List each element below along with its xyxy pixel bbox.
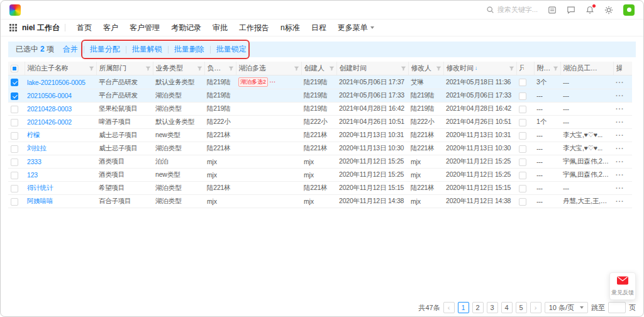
- filter-icon[interactable]: [197, 65, 203, 71]
- column-label: 所属部门: [99, 64, 126, 73]
- cell-attach: ---: [534, 89, 560, 103]
- row-checkbox[interactable]: [11, 172, 18, 179]
- cell-tags: [236, 142, 301, 155]
- news-icon[interactable]: [548, 6, 557, 14]
- nav-item-customer-mgmt[interactable]: 客户管理: [130, 23, 160, 33]
- page-size-select[interactable]: 10 条/页: [545, 302, 588, 313]
- row-actions-button[interactable]: ···: [616, 197, 625, 205]
- records-table: 湖泊主子名称所属部门业务类型负责人湖泊多选创建人创建时间修改人修改时间↓只读附件…: [8, 62, 632, 208]
- record-link[interactable]: 20210506-0004: [27, 92, 72, 99]
- row-checkbox[interactable]: [11, 92, 18, 100]
- nav-item-work-report[interactable]: 工作报告: [239, 23, 269, 33]
- topbar-actions: 搜索关键字...: [486, 4, 635, 16]
- row-actions-button[interactable]: ···: [616, 131, 625, 139]
- readonly-checkbox[interactable]: [519, 145, 526, 153]
- record-link[interactable]: 得计统计: [27, 184, 53, 191]
- row-actions-button[interactable]: ···: [616, 145, 625, 152]
- row-actions-button[interactable]: ···: [616, 184, 625, 192]
- readonly-checkbox[interactable]: [519, 119, 526, 126]
- bulk-unlock-button[interactable]: 批量解锁: [132, 44, 162, 55]
- row-checkbox[interactable]: [11, 132, 18, 140]
- row-actions-button[interactable]: ···: [616, 118, 625, 126]
- nav-item-attendance[interactable]: 考勤记录: [171, 23, 201, 33]
- row-checkbox[interactable]: [11, 119, 18, 126]
- bulk-delete-button[interactable]: 批量删除: [174, 44, 204, 55]
- page-button-2[interactable]: 2: [472, 302, 484, 313]
- record-link[interactable]: 刘拉拉: [27, 144, 47, 152]
- column-label: 业务类型: [156, 64, 183, 73]
- workspace-title[interactable]: niel 工作台: [22, 23, 60, 33]
- row-checkbox[interactable]: [11, 145, 18, 153]
- record-link[interactable]: 柠檬: [27, 131, 40, 138]
- record-link[interactable]: 20210426-0002: [27, 118, 72, 126]
- readonly-checkbox[interactable]: [519, 185, 526, 192]
- filter-icon[interactable]: [553, 65, 558, 71]
- brand-logo-icon[interactable]: [9, 4, 21, 16]
- record-link[interactable]: 2333: [27, 158, 42, 165]
- page-button-5[interactable]: 5: [516, 302, 527, 313]
- row-checkbox[interactable]: [11, 79, 18, 86]
- filter-icon[interactable]: [228, 65, 234, 71]
- row-actions-button[interactable]: ···: [616, 171, 625, 179]
- record-link[interactable]: 123: [27, 171, 38, 179]
- message-icon[interactable]: [567, 6, 575, 14]
- nav-item-approval[interactable]: 审批: [213, 23, 228, 33]
- row-actions-button[interactable]: ···: [616, 79, 625, 86]
- nav-item-n-standard[interactable]: n标准: [280, 23, 300, 33]
- global-search[interactable]: 搜索关键字...: [486, 5, 538, 14]
- cell-attach: 3个: [534, 75, 560, 89]
- row-actions-button[interactable]: ···: [616, 105, 625, 113]
- readonly-checkbox[interactable]: [519, 132, 526, 140]
- prev-page-button[interactable]: ‹: [443, 302, 455, 313]
- page-button-1[interactable]: 1: [458, 302, 469, 313]
- cell-attach: ---: [534, 195, 560, 208]
- filter-icon[interactable]: [145, 65, 151, 71]
- row-checkbox[interactable]: [11, 198, 18, 206]
- cell-created: 2021年04月28日 16:42: [336, 103, 408, 116]
- record-link[interactable]: 20210428-0003: [27, 105, 72, 113]
- nav-item-schedule[interactable]: 日程: [311, 23, 326, 33]
- next-page-button[interactable]: ›: [530, 302, 541, 313]
- readonly-checkbox[interactable]: [519, 158, 526, 166]
- app-icon[interactable]: [623, 4, 635, 16]
- nav-item-customers[interactable]: 客户: [103, 23, 118, 33]
- cell-employees: 李大宝,♥♡♥...: [560, 142, 613, 155]
- merge-button[interactable]: 合并: [63, 44, 78, 55]
- row-actions-button[interactable]: ···: [616, 158, 625, 165]
- record-link[interactable]: 阿姨嘻嘻: [27, 197, 53, 204]
- bell-icon[interactable]: [586, 6, 594, 14]
- page-jump-input[interactable]: [608, 302, 626, 313]
- filter-icon[interactable]: [401, 65, 406, 71]
- sort-descending-icon[interactable]: ↓: [475, 65, 477, 71]
- select-all-checkbox[interactable]: [11, 65, 18, 72]
- filter-icon[interactable]: [329, 65, 335, 71]
- feedback-button[interactable]: 意见反馈: [609, 272, 636, 300]
- readonly-checkbox[interactable]: [519, 106, 526, 113]
- filter-icon[interactable]: [436, 65, 441, 71]
- app-grid-icon[interactable]: [9, 24, 17, 31]
- readonly-checkbox[interactable]: [519, 92, 526, 100]
- record-link[interactable]: lake-20210506-0005: [27, 79, 86, 86]
- cell-creator: 陆219陆: [301, 103, 336, 116]
- settings-gear-icon[interactable]: [604, 6, 613, 14]
- cell-tags: [236, 116, 301, 129]
- filter-icon[interactable]: [294, 65, 299, 71]
- nav-item-home[interactable]: 首页: [77, 23, 92, 33]
- row-checkbox[interactable]: [11, 185, 18, 192]
- bulk-assign-button[interactable]: 批量分配: [90, 44, 120, 55]
- page-button-3[interactable]: 3: [487, 302, 498, 313]
- readonly-checkbox[interactable]: [519, 172, 526, 179]
- readonly-checkbox[interactable]: [519, 79, 526, 86]
- bulk-action-toolbar: 已选中2项 合并 批量分配 批量解锁 批量删除 批量锁定: [8, 42, 636, 57]
- bulk-lock-button[interactable]: 批量锁定: [216, 44, 247, 55]
- filter-icon[interactable]: [509, 65, 514, 71]
- page-button-4[interactable]: 4: [501, 302, 513, 313]
- filter-icon[interactable]: [89, 65, 94, 71]
- readonly-checkbox[interactable]: [519, 198, 526, 206]
- cell-owner: mjx: [204, 169, 236, 182]
- column-label: 创建时间: [340, 64, 367, 73]
- row-checkbox[interactable]: [11, 158, 18, 166]
- row-actions-button[interactable]: ···: [616, 92, 625, 99]
- row-checkbox[interactable]: [11, 106, 18, 113]
- nav-item-more-menu[interactable]: 更多菜单: [338, 23, 374, 33]
